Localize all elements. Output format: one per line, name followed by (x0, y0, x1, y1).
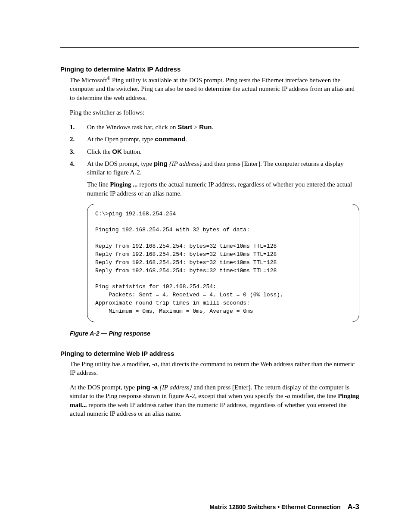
section-1-note: The line Pinging ... reports the actual … (87, 180, 359, 198)
text: Ping utility is available at the DOS pro… (70, 77, 355, 101)
step-number: 3. (70, 147, 87, 156)
page-footer: Matrix 12800 Switchers • Ethernet Connec… (209, 503, 359, 511)
step-4: 4. At the DOS prompt, type ping {IP addr… (70, 159, 359, 177)
ping-output-box: C:\>ping 192.168.254.254 Pinging 192.168… (87, 204, 359, 322)
text: The Microsoft (70, 77, 107, 84)
section-1-heading: Pinging to determine Matrix IP Address (60, 65, 359, 73)
figure-caption: Figure A-2 — Ping response (70, 330, 359, 337)
section-2-para-1: The Ping utility has a modifier, -a, tha… (70, 360, 359, 377)
header-rule (60, 47, 359, 48)
section-1-para-1: The Microsoft® Ping utility is available… (70, 75, 359, 102)
step-number: 1. (70, 123, 87, 131)
page: Pinging to determine Matrix IP Address T… (0, 0, 411, 532)
step-text: At the Open prompt, type command. (87, 135, 359, 143)
step-text: On the Windows task bar, click on Start … (87, 123, 359, 131)
step-text: Click the OK button. (87, 147, 359, 156)
section-2-para-2: At the DOS prompt, type ping -a {IP addr… (70, 383, 359, 418)
page-number: A-3 (348, 503, 359, 511)
step-number: 2. (70, 135, 87, 143)
step-number: 4. (70, 159, 87, 177)
step-3: 3. Click the OK button. (70, 147, 359, 156)
footer-text: Matrix 12800 Switchers • Ethernet Connec… (209, 504, 340, 510)
step-2: 2. At the Open prompt, type command. (70, 135, 359, 143)
section-1-para-2: Ping the switcher as follows: (70, 108, 359, 117)
step-text: At the DOS prompt, type ping {IP address… (87, 159, 359, 177)
step-1: 1. On the Windows task bar, click on Sta… (70, 123, 359, 131)
section-2-heading: Pinging to determine Web IP address (60, 350, 359, 357)
